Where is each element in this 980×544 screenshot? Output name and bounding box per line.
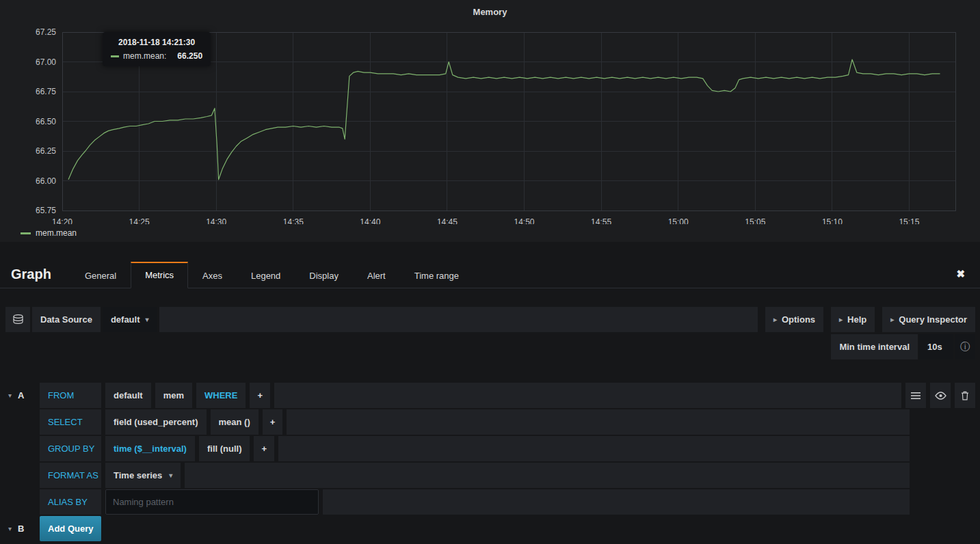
chevron-right-icon: ▸ — [773, 316, 777, 323]
help-label: Help — [847, 314, 866, 325]
toggle-query-visibility-button[interactable] — [930, 383, 951, 408]
alias-by-label: ALIAS BY — [40, 489, 101, 515]
row-end-spacer — [914, 436, 975, 461]
format-as-value: Time series — [114, 470, 162, 480]
row-end-spacer — [914, 489, 975, 515]
panel-editor-header: Graph GeneralMetricsAxesLegendDisplayAle… — [0, 260, 980, 288]
datasource-select[interactable]: default ▾ — [103, 307, 157, 332]
add-select-part-button[interactable]: + — [263, 409, 283, 435]
chevron-right-icon: ▸ — [839, 316, 843, 323]
query-row-filler — [278, 436, 910, 461]
query-letter-b[interactable]: B — [18, 523, 24, 534]
query-inspector-label: Query Inspector — [899, 314, 967, 325]
tooltip-value: 66.250 — [177, 51, 202, 61]
series-color-dash — [111, 55, 119, 57]
letter-spacer — [5, 489, 36, 515]
svg-text:65.75: 65.75 — [36, 206, 56, 215]
query-row-filler — [287, 409, 910, 435]
panel-title[interactable]: Memory — [5, 5, 975, 22]
query-inspector-button[interactable]: ▸ Query Inspector — [882, 307, 975, 332]
tab-general[interactable]: General — [70, 262, 131, 288]
row-end-spacer — [914, 463, 975, 488]
format-as-label: FORMAT AS — [40, 463, 101, 488]
query-editor: Data Source default ▾ ▸ Options ▸ Help ▸… — [0, 307, 980, 541]
min-interval-label: Min time interval — [831, 334, 918, 359]
row-end-spacer — [914, 409, 975, 435]
tab-time-range[interactable]: Time range — [400, 262, 473, 288]
select-aggregation-segment[interactable]: mean () — [211, 409, 259, 435]
add-groupby-part-button[interactable]: + — [254, 436, 274, 461]
close-icon[interactable]: ✖ — [956, 268, 965, 280]
query-a-select-row: SELECT field (used_percent) mean () + — [5, 409, 975, 435]
svg-text:14:30: 14:30 — [206, 217, 226, 224]
svg-text:66.00: 66.00 — [36, 176, 56, 186]
groupby-time-segment[interactable]: time ($__interval) — [105, 436, 195, 461]
query-row-filler — [274, 383, 901, 408]
menu-icon — [911, 392, 921, 400]
letter-spacer — [5, 436, 36, 461]
svg-text:15:10: 15:10 — [822, 217, 843, 224]
memory-panel: Memory 65.7566.0066.2566.5066.7567.0067.… — [0, 0, 980, 242]
tab-axes[interactable]: Axes — [188, 262, 237, 288]
collapse-caret-icon[interactable]: ▾ — [8, 392, 12, 399]
svg-text:15:05: 15:05 — [745, 217, 765, 224]
groupby-fill-segment[interactable]: fill (null) — [199, 436, 250, 461]
tab-display[interactable]: Display — [295, 262, 353, 288]
delete-query-button[interactable] — [955, 383, 975, 408]
svg-text:14:45: 14:45 — [437, 217, 458, 224]
datasource-row: Data Source default ▾ ▸ Options ▸ Help ▸… — [5, 307, 975, 332]
svg-text:66.75: 66.75 — [36, 87, 56, 96]
datasource-label: Data Source — [32, 307, 101, 332]
tooltip-timestamp: 2018-11-18 14:21:30 — [111, 38, 202, 47]
help-button[interactable]: ▸ Help — [831, 307, 875, 332]
svg-text:66.50: 66.50 — [36, 117, 56, 126]
legend: mem.mean — [5, 224, 975, 242]
datasource-row-filler — [159, 307, 758, 332]
options-button[interactable]: ▸ Options — [765, 307, 823, 332]
from-database-segment[interactable]: default — [105, 383, 151, 408]
chevron-right-icon: ▸ — [890, 316, 894, 323]
query-row-filler — [185, 463, 910, 488]
legend-series-label[interactable]: mem.mean — [36, 228, 77, 238]
groupby-label: GROUP BY — [40, 436, 101, 461]
svg-text:67.25: 67.25 — [36, 27, 56, 37]
collapse-caret-icon[interactable]: ▾ — [8, 525, 12, 532]
database-icon — [5, 307, 30, 332]
svg-text:15:15: 15:15 — [899, 217, 919, 224]
query-a-header: ▾ A — [5, 383, 36, 408]
add-query-button[interactable]: Add Query — [40, 516, 101, 541]
query-menu-button[interactable] — [905, 383, 926, 408]
select-field-segment[interactable]: field (used_percent) — [105, 409, 207, 435]
svg-text:14:35: 14:35 — [283, 217, 304, 224]
tab-legend[interactable]: Legend — [237, 262, 295, 288]
from-measurement-segment[interactable]: mem — [155, 383, 192, 408]
editor-title: Graph — [11, 267, 70, 288]
svg-text:66.25: 66.25 — [36, 146, 56, 156]
letter-spacer — [5, 463, 36, 488]
query-a-from-row: ▾ A FROM default mem WHERE + — [5, 383, 975, 408]
tab-alert[interactable]: Alert — [353, 262, 400, 288]
query-rows: ▾ A FROM default mem WHERE + — [5, 383, 975, 541]
chevron-down-icon: ▾ — [146, 316, 149, 323]
query-a-groupby-row: GROUP BY time ($__interval) fill (null) … — [5, 436, 975, 461]
svg-text:15:00: 15:00 — [668, 217, 689, 224]
tooltip-series-label: mem.mean: — [123, 51, 166, 61]
legend-color-dash[interactable] — [21, 232, 31, 234]
query-b-header: ▾ B — [5, 516, 36, 541]
options-label: Options — [782, 314, 815, 325]
from-label: FROM — [40, 383, 101, 408]
trash-icon — [961, 391, 969, 400]
min-interval-input[interactable]: 10s — [919, 334, 953, 359]
format-as-select[interactable]: Time series ▾ — [105, 463, 181, 488]
alias-by-input[interactable] — [105, 489, 319, 515]
where-label[interactable]: WHERE — [196, 383, 246, 408]
graph-tooltip: 2018-11-18 14:21:30 mem.mean: 66.250 — [103, 32, 211, 66]
min-interval-row: Min time interval 10s ⓘ — [5, 334, 975, 359]
query-letter-a[interactable]: A — [18, 390, 24, 400]
chevron-down-icon: ▾ — [169, 472, 172, 479]
tab-metrics[interactable]: Metrics — [131, 262, 188, 288]
add-where-condition-button[interactable]: + — [250, 383, 270, 408]
query-a-alias-row: ALIAS BY — [5, 489, 975, 515]
eye-icon — [935, 392, 946, 400]
datasource-value: default — [111, 314, 140, 325]
